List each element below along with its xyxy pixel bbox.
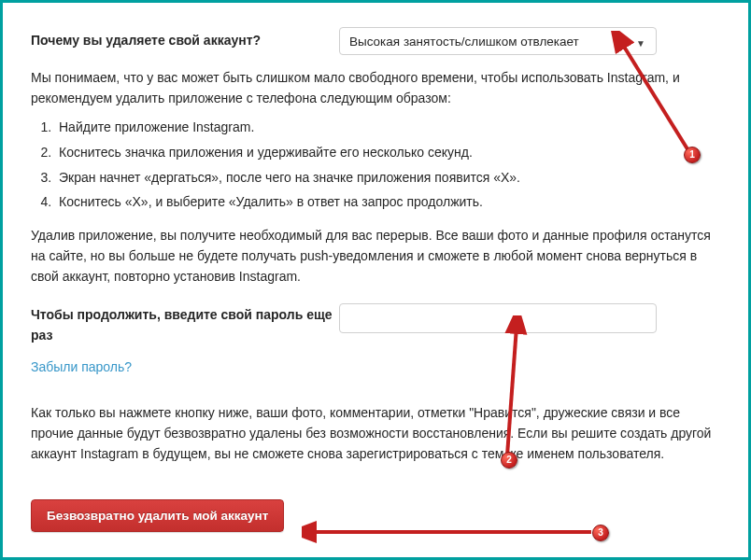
step-item: Коснитесь «X», и выберите «Удалить» в от… <box>55 192 720 213</box>
forgot-password-link[interactable]: Забыли пароль? <box>31 357 132 378</box>
reason-select-wrap: Высокая занятость/слишком отвлекает ▼ <box>339 27 720 55</box>
annotation-arrow-3-icon <box>302 521 610 543</box>
reason-select[interactable]: Высокая занятость/слишком отвлекает <box>339 27 657 55</box>
after-steps-paragraph: Удалив приложение, вы получите необходим… <box>31 226 720 287</box>
annotation-badge-3: 3 <box>592 525 609 541</box>
password-label: Чтобы продолжить, введите свой пароль ещ… <box>31 303 339 345</box>
step-item: Найдите приложение Instagram. <box>55 118 720 138</box>
delete-account-button[interactable]: Безвозвратно удалить мой аккаунт <box>31 499 284 532</box>
step-item: Экран начнет «дергаться», после чего на … <box>55 168 720 189</box>
reason-question-label: Почему вы удаляете свой аккаунт? <box>31 27 339 51</box>
warning-paragraph: Как только вы нажмете кнопку ниже, ваши … <box>31 403 720 464</box>
step-item: Коснитесь значка приложения и удерживайт… <box>55 143 720 163</box>
intro-paragraph: Мы понимаем, что у вас может быть слишко… <box>31 68 720 108</box>
delete-account-form: Почему вы удаляете свой аккаунт? Высокая… <box>0 0 751 560</box>
password-input[interactable] <box>339 303 657 333</box>
uninstall-steps-list: Найдите приложение Instagram. Коснитесь … <box>48 118 720 213</box>
